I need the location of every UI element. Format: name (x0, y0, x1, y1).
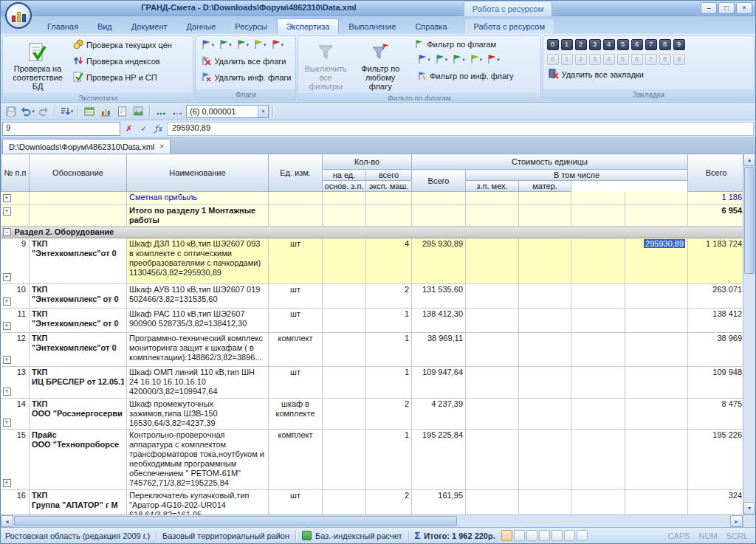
flag-button-0[interactable]: ▾ (199, 38, 216, 52)
vertical-scrollbar[interactable]: ▲ ▼ (743, 154, 755, 514)
cell-num[interactable]: 16+ (1, 490, 30, 515)
cell-ozp[interactable] (466, 309, 519, 333)
tab-ekspertiza[interactable]: Экспертиза (277, 18, 340, 34)
cell-em[interactable] (519, 309, 571, 333)
image-button[interactable] (131, 104, 145, 119)
cell-tot[interactable]: 1 186 (688, 192, 743, 205)
flag-button-1[interactable]: ▾ (217, 38, 233, 52)
tab-spravka[interactable]: Справка (405, 18, 456, 34)
bookmark-goto-3[interactable]: 3 (589, 54, 601, 65)
tab-dannye[interactable]: Данные (177, 18, 226, 34)
tab-vypolnenie[interactable]: Выполнение (339, 18, 405, 34)
cell-qty1[interactable] (323, 399, 366, 430)
filter-flag-button-4[interactable]: ▾ (485, 53, 501, 66)
cell-ozp[interactable] (466, 490, 519, 515)
cell-qty1[interactable] (323, 309, 366, 333)
view-mode-button-1[interactable] (514, 530, 525, 541)
section-cell[interactable]: -Раздел 2. Оборудование (1, 227, 743, 238)
cell-zpm[interactable] (571, 205, 625, 227)
cell-qty2[interactable]: 2 (366, 399, 412, 430)
cell-tot[interactable]: 324 (688, 490, 743, 515)
cell-price[interactable]: 131 535,60 (412, 284, 466, 309)
cell-unit[interactable]: шт (269, 284, 323, 309)
check-nr-sp-button[interactable]: Проверка НР и СП (70, 70, 175, 85)
cell-mat[interactable] (625, 399, 688, 430)
cell-em[interactable] (519, 192, 571, 205)
check-current-prices-button[interactable]: Проверка текущих цен (70, 38, 175, 52)
filter-flag-button-3[interactable]: ▾ (468, 53, 484, 66)
cell-unit[interactable]: комплект (269, 333, 323, 367)
undo-dropdown-icon[interactable]: ▾ (32, 109, 35, 114)
vertical-scroll-thumb[interactable] (744, 167, 755, 274)
cell-ozp[interactable] (466, 333, 519, 367)
cell-em[interactable] (519, 284, 571, 309)
bookmark-set-3[interactable]: 3 (589, 39, 601, 50)
scroll-up-icon[interactable]: ▲ (743, 154, 755, 166)
cell-just[interactable]: ПрайсООО "Технопроборсе (30, 430, 127, 490)
expand-toggle[interactable]: + (3, 388, 11, 396)
calc-mode[interactable]: Баз.-индексный расчет (302, 531, 402, 540)
combo-dropdown-icon[interactable]: ▾ (258, 106, 268, 117)
cell-qty1[interactable] (323, 367, 366, 399)
cell-em[interactable] (519, 367, 571, 399)
cell-qty2[interactable] (366, 192, 412, 205)
bookmark-goto-0[interactable]: 0 (547, 54, 559, 65)
chart-button[interactable] (98, 104, 113, 119)
cell-ozp[interactable] (466, 205, 519, 227)
cell-em[interactable] (519, 333, 571, 367)
cell-zpm[interactable] (571, 367, 625, 399)
bookmark-goto-5[interactable]: 5 (617, 54, 629, 65)
expand-toggle[interactable]: + (3, 194, 11, 202)
bookmark-set-5[interactable]: 5 (617, 39, 629, 50)
bookmark-set-9[interactable]: 9 (673, 39, 685, 50)
collapse-toggle[interactable]: - (3, 228, 11, 236)
cell-tot[interactable]: 195 226 (688, 430, 743, 490)
scroll-down-icon[interactable]: ▼ (743, 502, 755, 514)
sort-dropdown-icon[interactable]: ▾ (71, 109, 74, 114)
cell-just[interactable]: ТКП"Энтехкомплекс"от 0 (30, 238, 127, 284)
cell-name[interactable]: Шкаф ДЗЛ 110 кВ,тип ШЭ2607 093 в комплек… (127, 238, 269, 284)
cell-just[interactable] (30, 192, 127, 205)
view-mode-button-5[interactable] (564, 530, 575, 541)
bookmark-goto-9[interactable]: 9 (673, 54, 685, 65)
cell-name[interactable]: Сметная прибыль (127, 192, 269, 205)
decrease-decimal-button[interactable] (170, 104, 185, 119)
cell-qty1[interactable] (323, 205, 366, 227)
bookmark-goto-7[interactable]: 7 (645, 54, 657, 65)
cell-qty1[interactable] (323, 333, 366, 367)
view-mode-button-4[interactable] (551, 530, 563, 541)
expand-toggle[interactable]: + (3, 273, 11, 281)
vertical-scroll-track[interactable] (743, 275, 755, 502)
formula-value-input[interactable]: 295930,89 (167, 122, 754, 136)
cell-em[interactable] (519, 430, 571, 490)
cell-mat[interactable] (625, 490, 688, 515)
cell-zpm[interactable] (571, 284, 625, 309)
cell-price[interactable]: 38 969,11 (412, 333, 466, 367)
cell-name[interactable]: Шкаф промежуточных зажимов,типа ШЗВ-150 … (127, 399, 269, 430)
cell-price[interactable]: 195 225,84 (412, 430, 466, 490)
scroll-right-icon[interactable]: ► (730, 515, 743, 527)
filter-any-flag-button[interactable]: Фильтр по любому флагу (351, 38, 410, 92)
cell-qty2[interactable]: 1 (366, 333, 412, 367)
cell-zpm[interactable] (571, 490, 625, 515)
flag-button-4[interactable]: ▾ (269, 38, 286, 52)
bookmark-goto-2[interactable]: 2 (575, 54, 587, 65)
resource-grid-button[interactable] (82, 104, 97, 119)
cell-just[interactable]: ТКП"Энтехкомплекс"от 0 (30, 333, 127, 367)
cell-unit[interactable]: комплект (269, 430, 323, 490)
delete-all-flags-button[interactable]: Удалить все флаги (198, 54, 294, 69)
cell-qty2[interactable]: 2 (366, 284, 412, 309)
expand-toggle[interactable]: + (3, 356, 11, 364)
cell-mat[interactable] (625, 367, 688, 399)
cell-qty2[interactable]: 1 (366, 367, 412, 399)
cell-unit[interactable]: шт (269, 490, 323, 515)
cell-unit[interactable]: шкаф в комплекте (269, 399, 323, 430)
view-mode-button-2[interactable] (526, 530, 537, 541)
close-button[interactable]: × (736, 2, 752, 14)
cell-name[interactable]: Шкаф РАС 110 кВ,тип ШЭ2607 900900 528735… (127, 309, 269, 333)
cell-num[interactable]: 12+ (1, 333, 30, 367)
cell-just[interactable] (30, 205, 127, 227)
coefficient-combo[interactable]: (6) 0,000001 ▾ (186, 105, 269, 118)
formula-cancel-button[interactable]: ✗ (123, 123, 135, 136)
cell-price[interactable]: 109 947,64 (412, 367, 466, 399)
